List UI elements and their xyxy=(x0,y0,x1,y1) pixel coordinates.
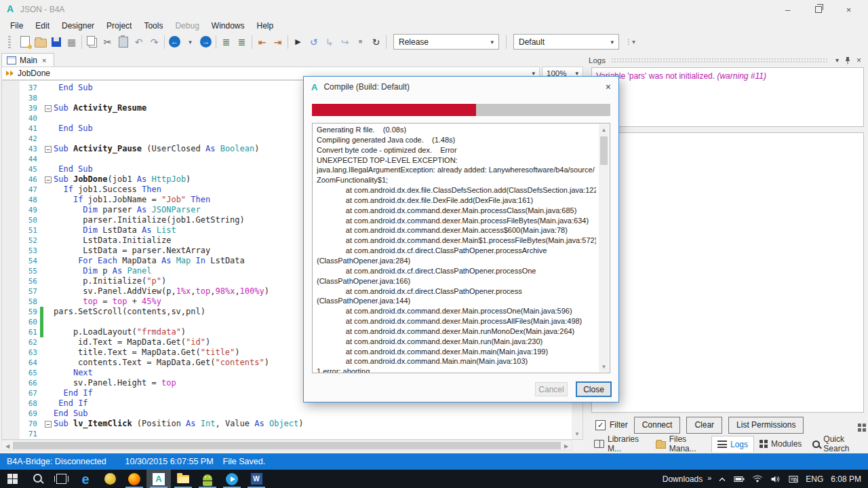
battery-icon[interactable] xyxy=(734,475,745,483)
redo-icon[interactable]: ↷ xyxy=(146,34,162,50)
language-indicator[interactable]: ENG xyxy=(806,474,823,484)
comment-icon[interactable]: ≣ xyxy=(218,34,234,50)
line-number: 63 xyxy=(2,348,37,358)
line-number: 47 xyxy=(2,185,37,195)
dialog-scrollbar[interactable]: ▲ ▼ xyxy=(599,124,609,372)
compile-log-line: Generating R file. (0.08s) xyxy=(317,125,596,135)
save-icon[interactable] xyxy=(48,34,64,50)
scrollbar-thumb[interactable] xyxy=(600,136,608,165)
build-combo[interactable]: Default ▾ xyxy=(513,34,619,50)
scroll-down-icon[interactable]: ▼ xyxy=(572,428,583,439)
step-over-icon[interactable]: ↪ xyxy=(337,34,353,50)
menu-edit[interactable]: Edit xyxy=(29,20,56,32)
uncomment-icon[interactable]: ≣ xyxy=(234,34,250,50)
editor-tab-strip: Main × xyxy=(0,53,583,67)
stop-icon[interactable]: ■ xyxy=(353,34,368,50)
panel-tab-libraries-m[interactable]: Libraries M... xyxy=(589,436,650,452)
filter-checkbox[interactable]: ✓ xyxy=(595,420,606,430)
logs-output-area[interactable]: Variable 'pars' was not initialized. (wa… xyxy=(591,67,864,127)
volume-icon[interactable] xyxy=(770,475,781,483)
grid-icon[interactable] xyxy=(858,424,861,427)
taskbar-app-yellow[interactable] xyxy=(98,470,122,488)
list-permissions-button[interactable]: List Permissions xyxy=(728,417,804,434)
pin-icon[interactable] xyxy=(844,56,851,64)
clear-button[interactable]: Clear xyxy=(686,417,722,434)
taskbar-start[interactable] xyxy=(0,470,24,488)
restore-icon[interactable] xyxy=(803,0,833,19)
taskbar-firefox[interactable] xyxy=(122,470,146,488)
menu-file[interactable]: File xyxy=(4,20,29,32)
fold-collapse-icon[interactable] xyxy=(43,103,54,113)
scroll-up-icon[interactable]: ▲ xyxy=(599,124,609,135)
logs-panel-header[interactable]: Logs ▾ × xyxy=(589,54,864,66)
menu-designer[interactable]: Designer xyxy=(56,20,100,32)
panel-tab-quick-search[interactable]: Quick Search xyxy=(807,436,868,452)
fold-collapse-icon[interactable] xyxy=(43,174,54,185)
fold-column xyxy=(43,134,54,144)
downloads-toolbar-label[interactable]: Downloads xyxy=(663,474,703,484)
taskbar-file-explorer[interactable] xyxy=(171,470,195,488)
taskbar-search[interactable] xyxy=(24,470,49,488)
logs-secondary-area[interactable] xyxy=(591,132,864,413)
nav-back-icon[interactable]: ← xyxy=(167,34,182,50)
release-combo[interactable]: Release ▾ xyxy=(393,34,499,50)
panel-tab-label: Libraries M... xyxy=(608,434,645,453)
minimize-icon[interactable]: – xyxy=(772,0,803,19)
editor-horizontal-scrollbar[interactable]: ◀ ▶ xyxy=(1,440,572,451)
panel-tab-modules[interactable]: Modules xyxy=(754,436,807,452)
panel-tab-logs[interactable]: Logs xyxy=(711,436,754,452)
fold-collapse-icon[interactable] xyxy=(43,144,54,154)
step-into-icon[interactable]: ↳ xyxy=(321,34,337,50)
taskbar-telegram[interactable] xyxy=(220,470,244,488)
menu-project[interactable]: Project xyxy=(100,20,138,32)
run-icon[interactable]: ▶ xyxy=(290,34,306,50)
scroll-left-icon[interactable]: ◀ xyxy=(2,440,13,451)
wifi-icon[interactable] xyxy=(752,475,763,483)
scrollbar-thumb[interactable] xyxy=(13,442,561,449)
menu-windows[interactable]: Windows xyxy=(205,20,251,32)
code-text: sv.Panel.AddView(p,1%x,top,98%x,100%y) xyxy=(54,286,269,297)
taskbar-task-view[interactable] xyxy=(49,470,73,488)
package-icon[interactable]: ▦ xyxy=(64,34,79,50)
connect-button[interactable]: Connect xyxy=(634,417,681,434)
close-icon[interactable]: × xyxy=(856,56,861,65)
chevron-up-icon[interactable] xyxy=(718,476,726,482)
clock[interactable]: 6:08 PM xyxy=(831,474,861,484)
clean-icon[interactable]: ↻ xyxy=(368,34,384,50)
chevron-down-icon[interactable]: ▾ xyxy=(835,56,839,64)
scroll-down-icon[interactable]: ▼ xyxy=(599,361,609,372)
tab-main[interactable]: Main × xyxy=(1,53,54,67)
new-icon[interactable] xyxy=(17,34,33,50)
cut-icon[interactable]: ✂ xyxy=(100,34,115,50)
menu-tools[interactable]: Tools xyxy=(138,20,169,32)
close-icon[interactable]: × xyxy=(606,81,611,92)
indent-icon[interactable]: ⇥ xyxy=(270,34,285,50)
outdent-icon[interactable]: ⇤ xyxy=(254,34,270,50)
open-icon[interactable] xyxy=(33,34,48,50)
compile-log-box[interactable]: Generating R file. (0.08s)Compiling gene… xyxy=(312,123,610,373)
toolbar-overflow-icon[interactable]: ⋮▾ xyxy=(625,38,635,45)
line-number: 58 xyxy=(2,297,37,307)
taskbar-b4a[interactable] xyxy=(146,470,171,488)
nav-forward-icon[interactable]: → xyxy=(198,34,214,50)
close-tab-icon[interactable]: × xyxy=(42,56,46,64)
taskbar-android[interactable] xyxy=(195,470,220,488)
menu-help[interactable]: Help xyxy=(251,20,280,32)
nav-back-menu-icon[interactable]: ▾ xyxy=(182,34,198,50)
paste-icon[interactable] xyxy=(115,34,131,50)
taskbar-edge[interactable] xyxy=(73,470,98,488)
close-icon[interactable]: × xyxy=(833,0,864,19)
debug-icon[interactable]: ↺ xyxy=(306,34,321,50)
compile-log-line: at com.android.dx.cf.direct.ClassPathOpe… xyxy=(317,266,596,276)
copy-icon[interactable] xyxy=(84,34,100,50)
panel-tab-strip: Libraries M...Files Mana...LogsModulesQu… xyxy=(589,436,868,452)
undo-icon[interactable]: ↶ xyxy=(131,34,146,50)
fold-collapse-icon[interactable] xyxy=(43,419,54,429)
panel-tab-files-mana[interactable]: Files Mana... xyxy=(650,436,711,452)
close-button[interactable]: Close xyxy=(576,381,612,397)
action-center-icon[interactable] xyxy=(789,475,798,483)
downloads-expand-icon[interactable]: » xyxy=(707,474,711,482)
fold-column xyxy=(43,256,54,266)
scroll-right-icon[interactable]: ▶ xyxy=(561,440,572,451)
taskbar-word[interactable] xyxy=(244,470,269,488)
